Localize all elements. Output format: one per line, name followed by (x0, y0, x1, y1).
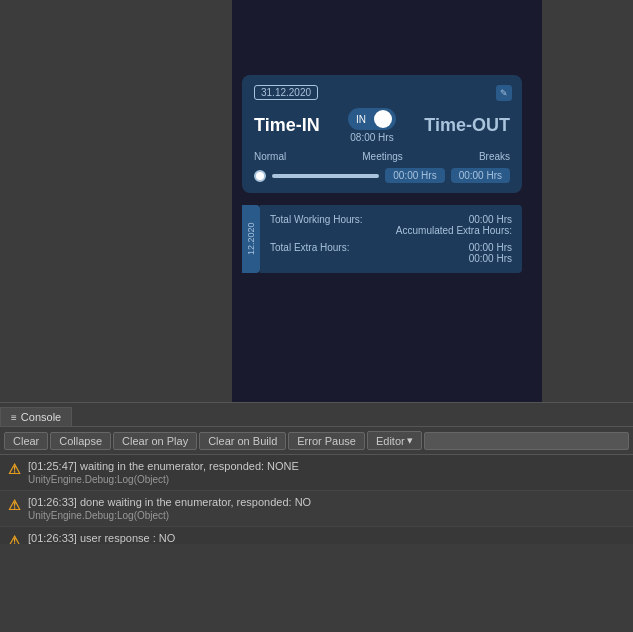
toggle-knob (374, 110, 392, 128)
toggle-time: 08:00 Hrs (350, 132, 393, 143)
card-date: 31.12.2020 (254, 85, 318, 100)
clear-on-build-button[interactable]: Clear on Build (199, 432, 286, 450)
time-card: 31.12.2020 Time-IN IN 08:00 Hrs Time-OUT… (242, 75, 522, 193)
editor-label: Editor (376, 435, 405, 447)
hours-row-1: Total Working Hours: 00:00 Hrs Accumulat… (270, 211, 512, 239)
message-body-2: [01:26:33] done waiting in the enumerato… (28, 495, 311, 521)
row3-label: Accumulated Extra Hours: (396, 225, 512, 236)
game-view: 31.12.2020 Time-IN IN 08:00 Hrs Time-OUT… (0, 0, 633, 402)
hours-section: 12.2020 Total Working Hours: 00:00 Hrs A… (242, 205, 522, 273)
row2-label: Total Extra Hours: (270, 242, 349, 264)
hours-row-2: Total Extra Hours: 00:00 Hrs 00:00 Hrs (270, 239, 512, 267)
toggle-switch[interactable]: IN (348, 108, 396, 130)
toggle-in-label: IN (352, 114, 370, 125)
collapse-button[interactable]: Collapse (50, 432, 111, 450)
row1-value: 00:00 Hrs (469, 214, 512, 225)
message-body-3: [01:26:33] user response : NO UnityEngin… (28, 531, 175, 544)
console-toolbar: Clear Collapse Clear on Play Clear on Bu… (0, 427, 633, 455)
editor-dropdown-button[interactable]: Editor ▾ (367, 431, 422, 450)
row2-value: 00:00 Hrs (469, 242, 512, 253)
message-sub-2: UnityEngine.Debug:Log(Object) (28, 510, 311, 521)
bottom-spacer (0, 544, 633, 633)
clear-on-play-button[interactable]: Clear on Play (113, 432, 197, 450)
game-viewport: 31.12.2020 Time-IN IN 08:00 Hrs Time-OUT… (232, 0, 542, 402)
message-text-1: [01:25:47] waiting in the enumerator, re… (28, 459, 299, 474)
error-pause-button[interactable]: Error Pause (288, 432, 365, 450)
console-tab-icon: ≡ (11, 412, 17, 423)
console-messages: ⚠ [01:25:47] waiting in the enumerator, … (0, 455, 633, 544)
row1-label: Total Working Hours: (270, 214, 363, 236)
progress-bar (272, 174, 379, 178)
year-label: 12.2020 (242, 205, 260, 273)
console-message-3[interactable]: ⚠ [01:26:33] user response : NO UnityEng… (0, 527, 633, 544)
hours-table: Total Working Hours: 00:00 Hrs Accumulat… (260, 205, 522, 273)
toggle-container[interactable]: IN 08:00 Hrs (348, 108, 396, 143)
warn-icon-1: ⚠ (6, 461, 22, 477)
warn-icon-2: ⚠ (6, 497, 22, 513)
breaks-label: Breaks (479, 151, 510, 162)
progress-dot (254, 170, 266, 182)
row3-value: 00:00 Hrs (469, 253, 512, 264)
message-text-3: [01:26:33] user response : NO (28, 531, 175, 544)
message-text-2: [01:26:33] done waiting in the enumerato… (28, 495, 311, 510)
clear-button[interactable]: Clear (4, 432, 48, 450)
console-message-2[interactable]: ⚠ [01:26:33] done waiting in the enumera… (0, 491, 633, 527)
breaks-badge: 00:00 Hrs (451, 168, 510, 183)
time-in-label: Time-IN (254, 115, 320, 136)
time-out-label: Time-OUT (424, 115, 510, 136)
edit-icon[interactable]: ✎ (496, 85, 512, 101)
console-tab[interactable]: ≡ Console (0, 407, 72, 426)
console-message-1[interactable]: ⚠ [01:25:47] waiting in the enumerator, … (0, 455, 633, 491)
console-tab-bar: ≡ Console (0, 403, 633, 427)
message-body-1: [01:25:47] waiting in the enumerator, re… (28, 459, 299, 485)
meetings-badge: 00:00 Hrs (385, 168, 444, 183)
meetings-label: Meetings (362, 151, 403, 162)
normal-label: Normal (254, 151, 286, 162)
console-panel: ≡ Console Clear Collapse Clear on Play C… (0, 402, 633, 632)
card-metrics: Normal Meetings Breaks (254, 151, 510, 162)
warn-icon-3: ⚠ (6, 533, 22, 544)
message-sub-1: UnityEngine.Debug:Log(Object) (28, 474, 299, 485)
metric-badges: 00:00 Hrs 00:00 Hrs (385, 168, 510, 183)
console-tab-label: Console (21, 411, 61, 423)
search-input[interactable] (424, 432, 629, 450)
editor-arrow-icon: ▾ (407, 434, 413, 447)
card-header: Time-IN IN 08:00 Hrs Time-OUT (254, 108, 510, 143)
progress-bar-row: 00:00 Hrs 00:00 Hrs (254, 168, 510, 183)
